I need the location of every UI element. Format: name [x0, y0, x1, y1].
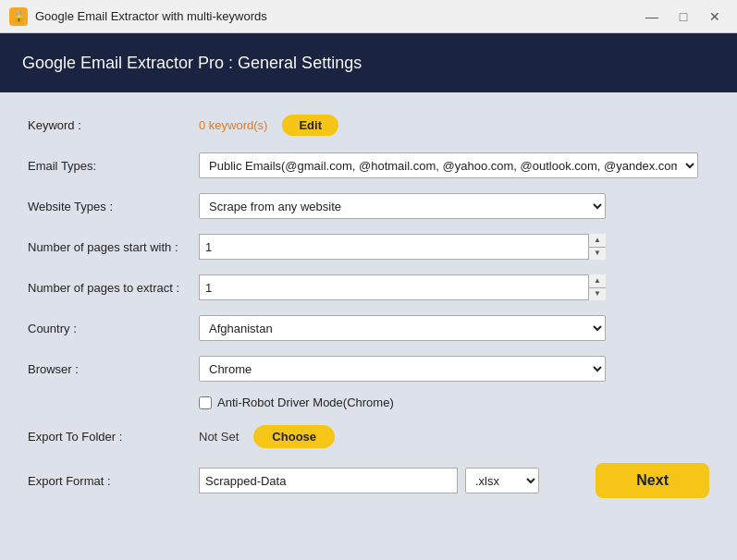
browser-label: Browser : — [28, 362, 199, 376]
export-folder-control: Not Set Choose — [199, 425, 709, 448]
website-types-label: Website Types : — [28, 200, 199, 213]
pages-start-wrap: ▲ ▼ — [199, 234, 606, 260]
browser-row: Browser : Chrome — [28, 355, 709, 383]
minimize-button[interactable]: — — [639, 6, 665, 27]
pages-extract-up[interactable]: ▲ — [589, 274, 606, 288]
app-header-title: Google Email Extractor Pro : General Set… — [22, 54, 362, 73]
browser-control: Chrome — [199, 356, 709, 382]
pages-start-up[interactable]: ▲ — [589, 234, 606, 248]
next-button[interactable]: Next — [596, 463, 709, 498]
website-types-select[interactable]: Scrape from any website — [199, 193, 606, 219]
anti-robot-checkbox[interactable] — [199, 396, 212, 409]
website-types-control: Scrape from any website — [199, 193, 709, 219]
export-folder-row: Export To Folder : Not Set Choose — [28, 422, 709, 450]
pages-extract-down[interactable]: ▼ — [589, 288, 606, 301]
main-content: Keyword : 0 keyword(s) Edit Email Types:… — [0, 92, 737, 560]
browser-select[interactable]: Chrome — [199, 356, 606, 382]
pages-start-control: ▲ ▼ — [199, 234, 709, 260]
pages-extract-row: Number of pages to extract : ▲ ▼ — [28, 274, 709, 301]
app-header: Google Email Extractor Pro : General Set… — [0, 33, 737, 92]
export-format-input[interactable] — [199, 468, 458, 493]
email-types-select[interactable]: Public Emails(@gmail.com, @hotmail.com, … — [199, 152, 698, 178]
country-label: Country : — [28, 322, 199, 335]
choose-button[interactable]: Choose — [253, 425, 335, 448]
country-row: Country : Afghanistan — [28, 314, 709, 342]
pages-extract-spinners: ▲ ▼ — [588, 274, 606, 300]
anti-robot-label[interactable]: Anti-Robot Driver Mode(Chrome) — [217, 396, 394, 409]
title-bar-controls: — □ ✕ — [639, 6, 728, 27]
keyword-control: 0 keyword(s) Edit — [199, 115, 709, 136]
country-select[interactable]: Afghanistan — [199, 315, 606, 341]
export-format-label: Export Format : — [28, 474, 199, 488]
pages-start-spinners: ▲ ▼ — [588, 234, 606, 260]
title-bar: 🔒 Google Email Extractor with multi-keyw… — [0, 0, 737, 33]
pages-start-down[interactable]: ▼ — [589, 248, 606, 261]
title-bar-text: Google Email Extractor with multi-keywor… — [35, 9, 639, 23]
export-format-control: .xlsx .csv .txt — [199, 468, 596, 493]
website-types-row: Website Types : Scrape from any website — [28, 192, 709, 220]
export-folder-label: Export To Folder : — [28, 430, 199, 444]
restore-button[interactable]: □ — [670, 6, 696, 27]
email-types-control: Public Emails(@gmail.com, @hotmail.com, … — [199, 152, 709, 178]
export-format-ext-select[interactable]: .xlsx .csv .txt — [465, 468, 539, 493]
close-button[interactable]: ✕ — [702, 6, 728, 27]
keyword-count: 0 keyword(s) — [199, 118, 267, 132]
country-control: Afghanistan — [199, 315, 709, 341]
export-format-row: Export Format : .xlsx .csv .txt Next — [28, 463, 709, 498]
pages-start-input[interactable] — [199, 234, 606, 260]
app-icon: 🔒 — [9, 7, 28, 26]
pages-extract-label: Number of pages to extract : — [28, 281, 199, 295]
anti-robot-row: Anti-Robot Driver Mode(Chrome) — [28, 396, 709, 409]
edit-button[interactable]: Edit — [282, 115, 338, 136]
pages-extract-wrap: ▲ ▼ — [199, 274, 606, 300]
keyword-label: Keyword : — [28, 118, 199, 132]
keyword-row: Keyword : 0 keyword(s) Edit — [28, 111, 709, 139]
pages-extract-input[interactable] — [199, 274, 606, 300]
pages-start-label: Number of pages start with : — [28, 240, 199, 254]
email-types-row: Email Types: Public Emails(@gmail.com, @… — [28, 152, 709, 179]
not-set-text: Not Set — [199, 430, 239, 444]
email-types-label: Email Types: — [28, 159, 199, 173]
pages-start-row: Number of pages start with : ▲ ▼ — [28, 233, 709, 261]
pages-extract-control: ▲ ▼ — [199, 274, 709, 300]
